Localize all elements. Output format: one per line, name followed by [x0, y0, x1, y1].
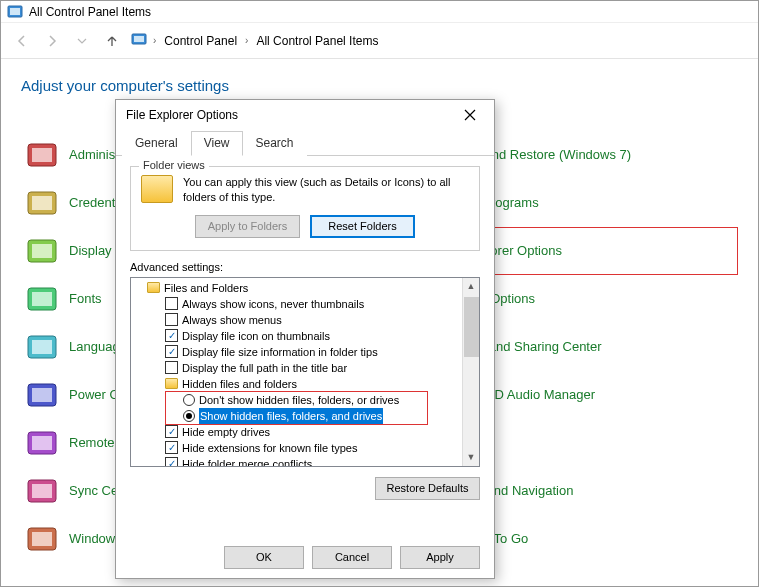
- svg-rect-17: [32, 436, 52, 450]
- reset-folders-button[interactable]: Reset Folders: [310, 215, 415, 238]
- folder-views-text: You can apply this view (such as Details…: [183, 175, 469, 205]
- svg-rect-9: [32, 244, 52, 258]
- tree-label: Display file icon on thumbnails: [182, 328, 330, 344]
- restore-defaults-button[interactable]: Restore Defaults: [375, 477, 480, 500]
- folder-icon: [141, 175, 173, 203]
- radio-icon: [183, 410, 195, 422]
- page-heading: Adjust your computer's settings: [21, 77, 758, 94]
- nav-back-button[interactable]: [11, 30, 33, 52]
- tree-label: Files and Folders: [164, 280, 248, 296]
- svg-rect-7: [32, 196, 52, 210]
- tree-label: Display file size information in folder …: [182, 344, 378, 360]
- dialog-tabs: General View Search: [116, 130, 494, 156]
- cp-item-label: Display: [69, 243, 112, 259]
- tree-check-option[interactable]: ✓Hide empty drives: [131, 424, 479, 440]
- radio-icon: [183, 394, 195, 406]
- folder-views-group: Folder views You can apply this view (su…: [130, 166, 480, 251]
- cp-item-icon: [25, 426, 59, 460]
- svg-rect-13: [32, 340, 52, 354]
- address-icon: [131, 31, 147, 50]
- tree-check-option[interactable]: ✓Display file size information in folder…: [131, 344, 479, 360]
- cp-item-icon: [25, 186, 59, 220]
- window-title: All Control Panel Items: [29, 5, 151, 19]
- checkbox-icon: [165, 297, 178, 310]
- ok-button[interactable]: OK: [224, 546, 304, 569]
- tab-search[interactable]: Search: [243, 131, 307, 156]
- file-explorer-options-dialog: File Explorer Options General View Searc…: [115, 99, 495, 579]
- tree-check-option[interactable]: ✓Display file icon on thumbnails: [131, 328, 479, 344]
- tree-label: Show hidden files, folders, and drives: [199, 408, 383, 424]
- tree-label: Hide extensions for known file types: [182, 440, 357, 456]
- svg-rect-21: [32, 532, 52, 546]
- svg-rect-19: [32, 484, 52, 498]
- apply-button[interactable]: Apply: [400, 546, 480, 569]
- checkbox-icon: ✓: [165, 425, 178, 438]
- tree-folder[interactable]: Hidden files and folders: [131, 376, 479, 392]
- navigation-bar: › Control Panel › All Control Panel Item…: [1, 23, 758, 59]
- tree-label: Don't show hidden files, folders, or dri…: [199, 392, 399, 408]
- dialog-body: Folder views You can apply this view (su…: [116, 156, 494, 510]
- checkbox-icon: ✓: [165, 441, 178, 454]
- tree-check-option[interactable]: Always show icons, never thumbnails: [131, 296, 479, 312]
- control-panel-icon: [7, 4, 23, 20]
- tree-label: Hide empty drives: [182, 424, 270, 440]
- scroll-up-button[interactable]: ▲: [463, 278, 479, 295]
- checkbox-icon: ✓: [165, 329, 178, 342]
- advanced-settings-label: Advanced settings:: [130, 261, 480, 273]
- advanced-settings-tree[interactable]: Files and FoldersAlways show icons, neve…: [130, 277, 480, 467]
- tree-check-option[interactable]: ✓Hide extensions for known file types: [131, 440, 479, 456]
- tree-label: Display the full path in the title bar: [182, 360, 347, 376]
- tree-root-folder[interactable]: Files and Folders: [131, 280, 479, 296]
- scroll-thumb[interactable]: [464, 297, 479, 357]
- breadcrumb-separator: ›: [245, 35, 248, 46]
- tab-general[interactable]: General: [122, 131, 191, 156]
- svg-rect-5: [32, 148, 52, 162]
- breadcrumb-item[interactable]: All Control Panel Items: [254, 32, 380, 50]
- dialog-title: File Explorer Options: [126, 108, 238, 122]
- nav-recent-dropdown[interactable]: [71, 30, 93, 52]
- dialog-footer: OK Cancel Apply: [116, 536, 494, 578]
- window-titlebar: All Control Panel Items: [1, 1, 758, 23]
- folder-icon: [165, 378, 178, 389]
- control-panel-window: All Control Panel Items › Control Panel …: [0, 0, 759, 587]
- cp-item-icon: [25, 234, 59, 268]
- cp-item-icon: [25, 282, 59, 316]
- nav-up-button[interactable]: [101, 30, 123, 52]
- tree-label: Hidden files and folders: [182, 376, 297, 392]
- svg-rect-15: [32, 388, 52, 402]
- apply-to-folders-button[interactable]: Apply to Folders: [195, 215, 300, 238]
- svg-rect-1: [10, 8, 20, 15]
- breadcrumb-item[interactable]: Control Panel: [162, 32, 239, 50]
- tree-label: Always show menus: [182, 312, 282, 328]
- cp-item-icon: [25, 330, 59, 364]
- cancel-button[interactable]: Cancel: [312, 546, 392, 569]
- dialog-titlebar: File Explorer Options: [116, 100, 494, 130]
- tree-radio-option[interactable]: Show hidden files, folders, and drives: [131, 408, 479, 424]
- folder-icon: [147, 282, 160, 293]
- breadcrumb-separator: ›: [153, 35, 156, 46]
- svg-rect-3: [134, 36, 144, 42]
- cp-item-icon: [25, 378, 59, 412]
- tree-radio-option[interactable]: Don't show hidden files, folders, or dri…: [131, 392, 479, 408]
- svg-rect-11: [32, 292, 52, 306]
- tree-check-option[interactable]: ✓Hide folder merge conflicts: [131, 456, 479, 467]
- checkbox-icon: ✓: [165, 457, 178, 467]
- cp-item-label: Fonts: [69, 291, 102, 307]
- tree-check-option[interactable]: Always show menus: [131, 312, 479, 328]
- address-bar[interactable]: › Control Panel › All Control Panel Item…: [131, 29, 748, 53]
- tree-label: Hide folder merge conflicts: [182, 456, 312, 467]
- cp-item-icon: [25, 474, 59, 508]
- checkbox-icon: ✓: [165, 345, 178, 358]
- dialog-close-button[interactable]: [456, 104, 484, 126]
- cp-item-icon: [25, 522, 59, 556]
- tab-view[interactable]: View: [191, 131, 243, 156]
- nav-forward-button[interactable]: [41, 30, 63, 52]
- tree-label: Always show icons, never thumbnails: [182, 296, 364, 312]
- tree-scrollbar[interactable]: ▲ ▼: [462, 278, 479, 466]
- checkbox-icon: [165, 361, 178, 374]
- cp-item-icon: [25, 138, 59, 172]
- checkbox-icon: [165, 313, 178, 326]
- tree-check-option[interactable]: Display the full path in the title bar: [131, 360, 479, 376]
- folder-views-legend: Folder views: [139, 159, 209, 171]
- scroll-down-button[interactable]: ▼: [463, 449, 479, 466]
